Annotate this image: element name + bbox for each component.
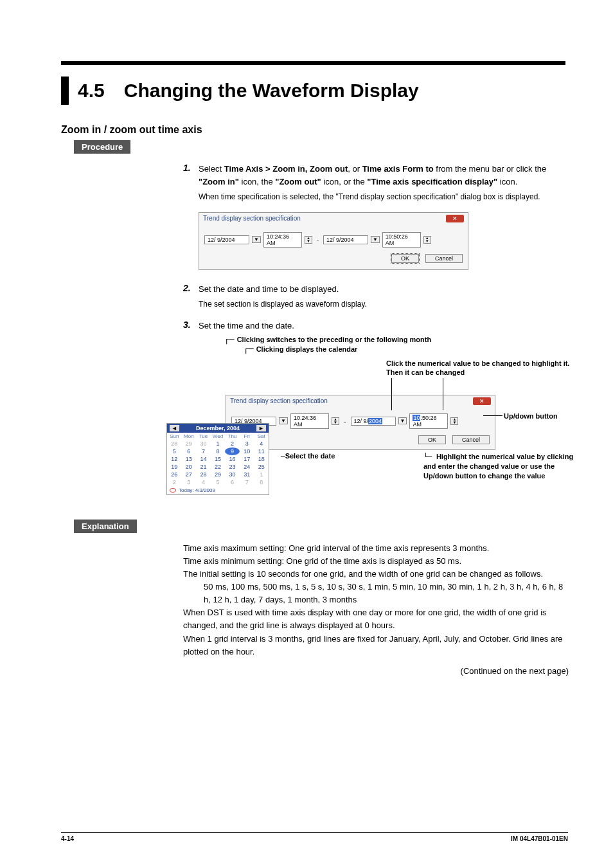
bracket-icon: ┌─ [244, 345, 254, 353]
bracket-icon: └─ [423, 453, 436, 461]
procedure-label: Procedure [74, 140, 130, 154]
start-time-field[interactable]: 10:24:36 AM [263, 232, 302, 248]
start-date-field[interactable]: 12/ 9/2004 [204, 235, 249, 244]
callout-calendar-open: Clicking displays the calendar [256, 345, 358, 354]
calendar-day[interactable]: 7 [240, 478, 254, 486]
dropdown-icon[interactable]: ▼ [279, 417, 288, 424]
calendar-day[interactable]: 8 [254, 478, 269, 486]
calendar-day[interactable]: 28 [196, 471, 211, 478]
calendar-day[interactable]: 25 [254, 463, 269, 471]
calendar-day[interactable]: 29 [211, 471, 226, 478]
next-month-icon[interactable]: ► [256, 425, 266, 431]
calendar-day[interactable]: 19 [167, 463, 182, 471]
calendar-day[interactable]: 3 [182, 478, 197, 486]
calendar-day[interactable]: 21 [196, 463, 211, 471]
end-date-field[interactable]: 12/ 9/2004 [323, 235, 368, 244]
calendar-day[interactable]: 31 [240, 471, 254, 478]
calendar-day[interactable]: 24 [240, 463, 254, 471]
leader-icon: ─ [281, 452, 285, 460]
dropdown-icon[interactable]: ▼ [371, 236, 380, 243]
dropdown-icon[interactable]: ▼ [398, 417, 407, 424]
spinner-icon[interactable]: ▲▼ [423, 236, 431, 244]
calendar-day[interactable]: 23 [225, 463, 240, 471]
step-text: Set the date and time to be displayed. [199, 283, 339, 296]
cancel-button[interactable]: Cancel [425, 254, 463, 263]
ok-button[interactable]: OK [418, 435, 446, 444]
calendar-day[interactable]: 5 [211, 478, 226, 486]
calendar-day[interactable]: 16 [225, 455, 240, 463]
leader-line [483, 415, 502, 416]
calendar-day[interactable]: 27 [182, 471, 197, 478]
dropdown-icon[interactable]: ▼ [252, 236, 261, 243]
calendar-day[interactable]: 17 [240, 455, 254, 463]
close-icon[interactable]: ✕ [473, 397, 491, 405]
calendar-day[interactable]: 11 [254, 448, 269, 455]
spinner-icon[interactable]: ▲▼ [450, 417, 458, 425]
calendar-grid: SunMonTueWedThuFriSat 2829301234 5678910… [167, 433, 269, 486]
calendar-day[interactable]: 6 [182, 448, 197, 455]
today-marker-icon [170, 488, 176, 493]
spinner-icon[interactable]: ▲▼ [332, 417, 339, 425]
calendar-day[interactable]: 30 [225, 471, 240, 478]
explanation-text: Time axis maximum setting: One grid inte… [183, 542, 569, 555]
step-1: 1. Select Time Axis > Zoom in, Zoom out,… [183, 163, 569, 188]
calendar-day[interactable]: 12 [167, 455, 182, 463]
start-time-field[interactable]: 10:24:36 AM [290, 413, 329, 429]
step-1-note: When time specification is selected, the… [199, 191, 569, 203]
calendar-day[interactable]: 22 [211, 463, 226, 471]
calendar-month-label: December, 2004 [196, 425, 240, 431]
dialog-title-text: Trend display section specification [203, 215, 301, 222]
cancel-button[interactable]: Cancel [452, 435, 490, 444]
calendar-day[interactable]: 2 [225, 440, 240, 448]
step-text: Set the time and the date. [199, 320, 294, 332]
callout-select-date: Select the date [285, 452, 335, 460]
annotated-diagram: Click the numerical value to be changed … [199, 359, 584, 507]
close-icon[interactable]: ✕ [446, 215, 464, 222]
calendar-day[interactable]: 8 [211, 448, 226, 455]
calendar-day[interactable]: 5 [167, 448, 182, 455]
page-footer: 4-14 IM 04L47B01-01EN [61, 832, 568, 842]
calendar-day[interactable]: 26 [167, 471, 182, 478]
end-time-field[interactable]: 10:50:26 AM [382, 232, 421, 248]
calendar-day[interactable]: 30 [196, 440, 211, 448]
explanation-values: 50 ms, 100 ms, 500 ms, 1 s, 5 s, 10 s, 3… [204, 581, 569, 606]
calendar-day[interactable]: 4 [196, 478, 211, 486]
calendar-day[interactable]: 1 [254, 471, 269, 478]
calendar-day-selected[interactable]: 9 [225, 448, 240, 455]
calendar-day[interactable]: 4 [254, 440, 269, 448]
prev-month-icon[interactable]: ◄ [170, 425, 179, 431]
document-id: IM 04L47B01-01EN [511, 835, 568, 842]
calendar-day[interactable]: 18 [254, 455, 269, 463]
leader-line [443, 378, 443, 410]
spinner-icon[interactable]: ▲▼ [305, 236, 312, 244]
calendar-day[interactable]: 6 [225, 478, 240, 486]
calendar-day[interactable]: 29 [182, 440, 197, 448]
step-2-note: The set section is displayed as waveform… [199, 298, 569, 311]
section-bar-icon [61, 77, 69, 105]
calendar-day[interactable]: 28 [167, 440, 182, 448]
calendar-day[interactable]: 7 [196, 448, 211, 455]
end-time-field[interactable]: 10:50:26 AM [409, 413, 448, 429]
calendar-header: ◄ December, 2004 ► [167, 424, 269, 433]
calendar-today-row[interactable]: Today: 4/3/2009 [167, 486, 269, 494]
calendar-day[interactable]: 13 [182, 455, 197, 463]
leader-line [391, 378, 392, 410]
calendar-day[interactable]: 1 [211, 440, 226, 448]
calendar-day[interactable]: 10 [240, 448, 254, 455]
callout-month-nav: Clicking switches to the preceding or th… [237, 335, 432, 345]
ok-button[interactable]: OK [391, 254, 419, 263]
callout-highlight-enter: Highlight the numerical value by clickin… [423, 453, 573, 480]
calendar-day[interactable]: 14 [196, 455, 211, 463]
dialog-titlebar: Trend display section specification ✕ [199, 213, 468, 224]
subheading-zoom: Zoom in / zoom out time axis [61, 124, 568, 136]
step-number: 1. [183, 163, 199, 188]
step-number: 3. [183, 320, 199, 332]
calendar-day[interactable]: 20 [182, 463, 197, 471]
calendar-day[interactable]: 2 [167, 478, 182, 486]
calendar-day[interactable]: 15 [211, 455, 226, 463]
trend-dialog: Trend display section specification ✕ 12… [199, 212, 468, 270]
today-label: Today: 4/3/2009 [179, 487, 215, 493]
end-date-field[interactable]: 12/ 9/2004 [351, 417, 396, 426]
calendar-day[interactable]: 3 [240, 440, 254, 448]
explanation-text: When 1 grid interval is 3 months, grid l… [183, 633, 569, 658]
